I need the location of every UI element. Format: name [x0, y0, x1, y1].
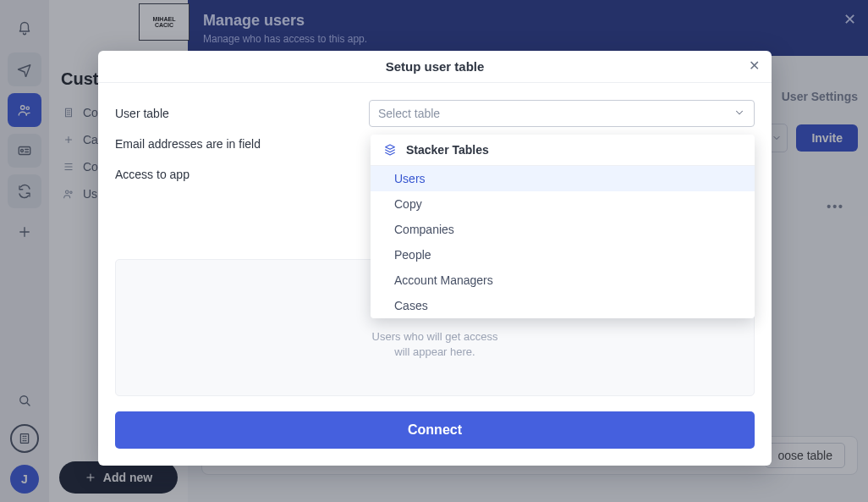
- dropdown-option-companies[interactable]: Companies: [371, 217, 755, 242]
- label-user-table: User table: [115, 107, 369, 120]
- dropdown-option-users[interactable]: Users: [371, 166, 755, 191]
- modal-close-icon[interactable]: ✕: [749, 58, 760, 74]
- stacker-icon: [382, 142, 398, 157]
- dropdown-option-people[interactable]: People: [371, 242, 755, 268]
- table-dropdown: Stacker Tables Users Copy Companies Peop…: [371, 135, 755, 318]
- preview-text-1: Users who will get access: [372, 330, 498, 343]
- preview-text-2: will appear here.: [394, 345, 475, 358]
- connect-button[interactable]: Connect: [115, 411, 755, 449]
- select-user-table[interactable]: Select table: [369, 100, 755, 127]
- dropdown-option-account-managers[interactable]: Account Managers: [371, 268, 755, 293]
- chevron-down-icon: [733, 107, 745, 121]
- dropdown-header-label: Stacker Tables: [406, 143, 489, 157]
- dropdown-group-header: Stacker Tables: [371, 135, 755, 166]
- label-access: Access to app: [115, 168, 369, 181]
- dropdown-option-copy[interactable]: Copy: [371, 191, 755, 217]
- dropdown-option-cases[interactable]: Cases: [371, 293, 755, 318]
- modal-header: Setup user table ✕: [98, 51, 772, 83]
- modal-title: Setup user table: [386, 59, 485, 74]
- label-email-field: Email addresses are in field: [115, 137, 369, 151]
- select-placeholder: Select table: [378, 107, 440, 120]
